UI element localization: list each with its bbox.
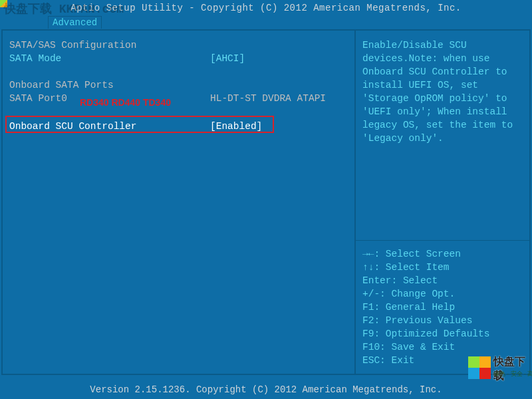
watermark-badge: 快盘下载 绿色 · 安全 · 高速: [468, 352, 529, 383]
watermark-badge-icon: [468, 356, 491, 379]
scu-value: [Enabled]: [210, 121, 262, 132]
settings-pane: SATA/SAS Configuration SATA Mode [AHCI] …: [3, 31, 355, 374]
footer-version: Version 2.15.1236. Copyright (C) 2012 Am…: [0, 380, 532, 399]
key-f10: F10: Save & Exit: [362, 340, 523, 354]
key-f1: F1: General Help: [362, 301, 523, 314]
app-title: Aptio Setup Utility - Copyright (C) 2012…: [70, 3, 462, 13]
sata-mode-value: [AHCI]: [210, 52, 245, 65]
key-select-screen: →←: Select Screen: [362, 247, 523, 261]
key-enter: Enter: Select: [362, 274, 523, 287]
scu-label: Onboard SCU Controller: [9, 120, 210, 133]
key-f9: F9: Optimized Defaults: [362, 327, 523, 340]
watermark-text: 快盘下载 KKPAN.com: [4, 1, 124, 17]
key-change-opt: +/-: Change Opt.: [362, 287, 523, 301]
option-sata-mode[interactable]: SATA Mode [AHCI]: [9, 52, 348, 65]
section-sata-sas: SATA/SAS Configuration: [9, 39, 210, 52]
sata-port0-value: HL-DT-ST DVDRA ATAPI: [210, 92, 326, 105]
watermark-badge-title: 快盘下载: [493, 355, 529, 383]
sata-mode-label: SATA Mode: [9, 52, 210, 65]
option-onboard-scu-controller[interactable]: Onboard SCU Controller[Enabled]: [9, 118, 348, 134]
sata-port0-row: SATA Port0 HL-DT-ST DVDRA ATAPI: [9, 92, 348, 105]
overlay-annotation: RD340 RD440 TD340: [80, 96, 171, 109]
section-onboard-sata-ports: Onboard SATA Ports: [9, 78, 210, 92]
key-f2: F2: Previous Values: [362, 314, 523, 327]
menu-tabs: Advanced: [0, 16, 532, 31]
key-select-item: ↑↓: Select Item: [362, 261, 523, 274]
help-text: Enable/Disable SCU devices.Note: when us…: [362, 39, 523, 145]
main-frame: SATA/SAS Configuration SATA Mode [AHCI] …: [1, 29, 531, 375]
tab-advanced[interactable]: Advanced: [48, 16, 102, 29]
watermark-badge-sub: 绿色 · 安全 · 高速: [493, 370, 532, 378]
title-bar: 快盘下载 KKPAN.com Aptio Setup Utility - Cop…: [0, 0, 532, 16]
help-separator: [356, 240, 529, 241]
help-pane: Enable/Disable SCU devices.Note: when us…: [355, 31, 529, 374]
